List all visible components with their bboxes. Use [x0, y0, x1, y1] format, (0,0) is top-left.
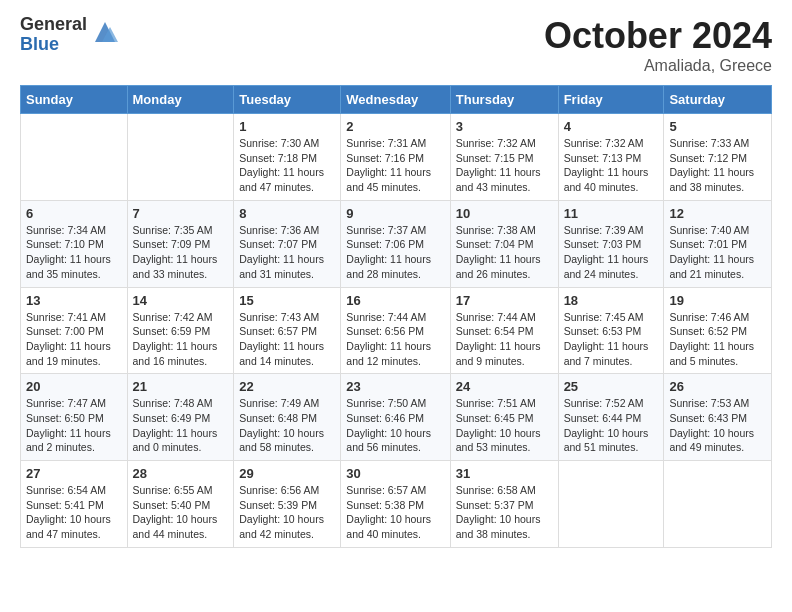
- calendar-cell: 30Sunrise: 6:57 AM Sunset: 5:38 PM Dayli…: [341, 461, 450, 548]
- day-number: 7: [133, 206, 229, 221]
- day-info: Sunrise: 6:56 AM Sunset: 5:39 PM Dayligh…: [239, 483, 335, 542]
- calendar-cell: 1Sunrise: 7:30 AM Sunset: 7:18 PM Daylig…: [234, 114, 341, 201]
- day-number: 4: [564, 119, 659, 134]
- day-number: 16: [346, 293, 444, 308]
- day-number: 18: [564, 293, 659, 308]
- day-number: 14: [133, 293, 229, 308]
- calendar-cell: [558, 461, 664, 548]
- logo: General Blue: [20, 15, 120, 55]
- calendar-cell: 24Sunrise: 7:51 AM Sunset: 6:45 PM Dayli…: [450, 374, 558, 461]
- day-number: 25: [564, 379, 659, 394]
- calendar-cell: 13Sunrise: 7:41 AM Sunset: 7:00 PM Dayli…: [21, 287, 128, 374]
- day-info: Sunrise: 7:43 AM Sunset: 6:57 PM Dayligh…: [239, 310, 335, 369]
- calendar-cell: [21, 114, 128, 201]
- col-header-friday: Friday: [558, 86, 664, 114]
- calendar-cell: [127, 114, 234, 201]
- day-info: Sunrise: 7:49 AM Sunset: 6:48 PM Dayligh…: [239, 396, 335, 455]
- calendar-cell: 9Sunrise: 7:37 AM Sunset: 7:06 PM Daylig…: [341, 200, 450, 287]
- day-info: Sunrise: 6:55 AM Sunset: 5:40 PM Dayligh…: [133, 483, 229, 542]
- day-info: Sunrise: 7:41 AM Sunset: 7:00 PM Dayligh…: [26, 310, 122, 369]
- day-info: Sunrise: 7:32 AM Sunset: 7:13 PM Dayligh…: [564, 136, 659, 195]
- day-number: 6: [26, 206, 122, 221]
- calendar-cell: 20Sunrise: 7:47 AM Sunset: 6:50 PM Dayli…: [21, 374, 128, 461]
- day-info: Sunrise: 7:50 AM Sunset: 6:46 PM Dayligh…: [346, 396, 444, 455]
- day-info: Sunrise: 7:36 AM Sunset: 7:07 PM Dayligh…: [239, 223, 335, 282]
- day-number: 21: [133, 379, 229, 394]
- day-number: 3: [456, 119, 553, 134]
- day-number: 31: [456, 466, 553, 481]
- day-info: Sunrise: 6:57 AM Sunset: 5:38 PM Dayligh…: [346, 483, 444, 542]
- col-header-sunday: Sunday: [21, 86, 128, 114]
- calendar-cell: 19Sunrise: 7:46 AM Sunset: 6:52 PM Dayli…: [664, 287, 772, 374]
- page-header: General Blue October 2024 Amaliada, Gree…: [20, 15, 772, 75]
- day-info: Sunrise: 6:58 AM Sunset: 5:37 PM Dayligh…: [456, 483, 553, 542]
- day-info: Sunrise: 7:30 AM Sunset: 7:18 PM Dayligh…: [239, 136, 335, 195]
- day-number: 9: [346, 206, 444, 221]
- calendar-cell: 23Sunrise: 7:50 AM Sunset: 6:46 PM Dayli…: [341, 374, 450, 461]
- week-row-5: 27Sunrise: 6:54 AM Sunset: 5:41 PM Dayli…: [21, 461, 772, 548]
- day-info: Sunrise: 7:42 AM Sunset: 6:59 PM Dayligh…: [133, 310, 229, 369]
- day-number: 29: [239, 466, 335, 481]
- col-header-wednesday: Wednesday: [341, 86, 450, 114]
- calendar-cell: 31Sunrise: 6:58 AM Sunset: 5:37 PM Dayli…: [450, 461, 558, 548]
- day-info: Sunrise: 7:47 AM Sunset: 6:50 PM Dayligh…: [26, 396, 122, 455]
- calendar-cell: 22Sunrise: 7:49 AM Sunset: 6:48 PM Dayli…: [234, 374, 341, 461]
- day-number: 20: [26, 379, 122, 394]
- calendar-cell: 6Sunrise: 7:34 AM Sunset: 7:10 PM Daylig…: [21, 200, 128, 287]
- week-row-1: 1Sunrise: 7:30 AM Sunset: 7:18 PM Daylig…: [21, 114, 772, 201]
- day-info: Sunrise: 7:51 AM Sunset: 6:45 PM Dayligh…: [456, 396, 553, 455]
- day-number: 10: [456, 206, 553, 221]
- day-number: 23: [346, 379, 444, 394]
- calendar-table: SundayMondayTuesdayWednesdayThursdayFrid…: [20, 85, 772, 548]
- month-title: October 2024 Amaliada, Greece: [544, 15, 772, 75]
- calendar-cell: 27Sunrise: 6:54 AM Sunset: 5:41 PM Dayli…: [21, 461, 128, 548]
- day-info: Sunrise: 7:32 AM Sunset: 7:15 PM Dayligh…: [456, 136, 553, 195]
- calendar-cell: 29Sunrise: 6:56 AM Sunset: 5:39 PM Dayli…: [234, 461, 341, 548]
- week-row-3: 13Sunrise: 7:41 AM Sunset: 7:00 PM Dayli…: [21, 287, 772, 374]
- week-row-2: 6Sunrise: 7:34 AM Sunset: 7:10 PM Daylig…: [21, 200, 772, 287]
- day-number: 27: [26, 466, 122, 481]
- day-info: Sunrise: 7:44 AM Sunset: 6:56 PM Dayligh…: [346, 310, 444, 369]
- day-info: Sunrise: 7:31 AM Sunset: 7:16 PM Dayligh…: [346, 136, 444, 195]
- day-number: 19: [669, 293, 766, 308]
- day-info: Sunrise: 7:48 AM Sunset: 6:49 PM Dayligh…: [133, 396, 229, 455]
- col-header-monday: Monday: [127, 86, 234, 114]
- calendar-body: 1Sunrise: 7:30 AM Sunset: 7:18 PM Daylig…: [21, 114, 772, 548]
- calendar-cell: [664, 461, 772, 548]
- day-info: Sunrise: 7:52 AM Sunset: 6:44 PM Dayligh…: [564, 396, 659, 455]
- day-info: Sunrise: 7:44 AM Sunset: 6:54 PM Dayligh…: [456, 310, 553, 369]
- day-number: 30: [346, 466, 444, 481]
- calendar-cell: 10Sunrise: 7:38 AM Sunset: 7:04 PM Dayli…: [450, 200, 558, 287]
- calendar-cell: 7Sunrise: 7:35 AM Sunset: 7:09 PM Daylig…: [127, 200, 234, 287]
- col-header-thursday: Thursday: [450, 86, 558, 114]
- day-number: 26: [669, 379, 766, 394]
- week-row-4: 20Sunrise: 7:47 AM Sunset: 6:50 PM Dayli…: [21, 374, 772, 461]
- calendar-cell: 16Sunrise: 7:44 AM Sunset: 6:56 PM Dayli…: [341, 287, 450, 374]
- day-number: 8: [239, 206, 335, 221]
- day-info: Sunrise: 7:53 AM Sunset: 6:43 PM Dayligh…: [669, 396, 766, 455]
- calendar-cell: 28Sunrise: 6:55 AM Sunset: 5:40 PM Dayli…: [127, 461, 234, 548]
- calendar-cell: 12Sunrise: 7:40 AM Sunset: 7:01 PM Dayli…: [664, 200, 772, 287]
- day-info: Sunrise: 7:38 AM Sunset: 7:04 PM Dayligh…: [456, 223, 553, 282]
- calendar-cell: 21Sunrise: 7:48 AM Sunset: 6:49 PM Dayli…: [127, 374, 234, 461]
- day-info: Sunrise: 7:45 AM Sunset: 6:53 PM Dayligh…: [564, 310, 659, 369]
- day-number: 15: [239, 293, 335, 308]
- day-info: Sunrise: 7:35 AM Sunset: 7:09 PM Dayligh…: [133, 223, 229, 282]
- day-number: 24: [456, 379, 553, 394]
- day-number: 28: [133, 466, 229, 481]
- calendar-cell: 5Sunrise: 7:33 AM Sunset: 7:12 PM Daylig…: [664, 114, 772, 201]
- day-info: Sunrise: 7:33 AM Sunset: 7:12 PM Dayligh…: [669, 136, 766, 195]
- calendar-cell: 14Sunrise: 7:42 AM Sunset: 6:59 PM Dayli…: [127, 287, 234, 374]
- calendar-header-row: SundayMondayTuesdayWednesdayThursdayFrid…: [21, 86, 772, 114]
- calendar-cell: 8Sunrise: 7:36 AM Sunset: 7:07 PM Daylig…: [234, 200, 341, 287]
- day-info: Sunrise: 7:37 AM Sunset: 7:06 PM Dayligh…: [346, 223, 444, 282]
- calendar-cell: 18Sunrise: 7:45 AM Sunset: 6:53 PM Dayli…: [558, 287, 664, 374]
- calendar-cell: 11Sunrise: 7:39 AM Sunset: 7:03 PM Dayli…: [558, 200, 664, 287]
- day-number: 17: [456, 293, 553, 308]
- logo-blue-text: Blue: [20, 35, 87, 55]
- calendar-cell: 25Sunrise: 7:52 AM Sunset: 6:44 PM Dayli…: [558, 374, 664, 461]
- location: Amaliada, Greece: [544, 57, 772, 75]
- col-header-saturday: Saturday: [664, 86, 772, 114]
- calendar-cell: 17Sunrise: 7:44 AM Sunset: 6:54 PM Dayli…: [450, 287, 558, 374]
- day-info: Sunrise: 7:40 AM Sunset: 7:01 PM Dayligh…: [669, 223, 766, 282]
